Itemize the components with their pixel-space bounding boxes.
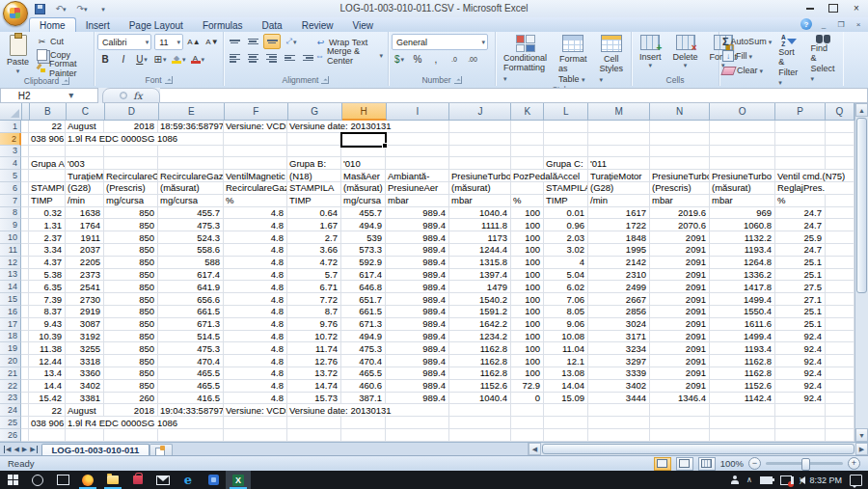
- cell-B19[interactable]: 11.38: [29, 342, 66, 355]
- cell-M15[interactable]: 2667: [588, 293, 650, 306]
- workbook-close-button[interactable]: ×: [853, 20, 864, 29]
- cell-Q10[interactable]: [826, 231, 854, 244]
- cell-H15[interactable]: 651.7: [341, 293, 386, 306]
- cell-K17[interactable]: 100: [511, 318, 544, 331]
- cell-C7[interactable]: /min: [66, 195, 104, 207]
- scroll-right-button[interactable]: ▶: [855, 443, 868, 455]
- cell-H4[interactable]: '010: [341, 157, 386, 170]
- cell-B15[interactable]: 7.39: [29, 293, 66, 306]
- task-view-button[interactable]: [50, 471, 75, 489]
- cell-O22[interactable]: 1152.6: [710, 380, 775, 393]
- cell-E8[interactable]: 455.7: [158, 207, 224, 220]
- cell-O8[interactable]: 969: [710, 207, 775, 220]
- cell-D21[interactable]: 850: [104, 367, 158, 380]
- cell-A16[interactable]: [21, 306, 29, 318]
- cell-P16[interactable]: 25.1: [775, 306, 826, 318]
- cell-J24[interactable]: [449, 404, 511, 417]
- row-header-13[interactable]: 13: [0, 269, 21, 282]
- cell-A15[interactable]: [21, 293, 29, 306]
- cell-K21[interactable]: 100: [511, 367, 544, 380]
- cell-O12[interactable]: 1264.8: [710, 257, 775, 269]
- cell-J19[interactable]: 1162.8: [449, 342, 511, 355]
- cell-G12[interactable]: 4.72: [287, 257, 341, 269]
- sort-filter-button[interactable]: AZ Sort & Filter ▾: [773, 34, 803, 88]
- cell-H12[interactable]: 592.9: [341, 257, 386, 269]
- cell-G3[interactable]: [287, 146, 341, 158]
- cell-G10[interactable]: 2.7: [287, 231, 341, 244]
- cell-G4[interactable]: Grupa B:: [287, 157, 341, 170]
- cell-D6[interactable]: (Prescris): [104, 182, 158, 195]
- cell-F19[interactable]: 4.8: [224, 342, 287, 355]
- cell-H5[interactable]: MasăAer: [341, 170, 386, 182]
- last-sheet-button[interactable]: ▶: [30, 446, 37, 453]
- cell-D12[interactable]: 850: [104, 257, 158, 269]
- autosum-button[interactable]: ΣAutoSum▾: [722, 35, 772, 48]
- cell-M25[interactable]: [588, 417, 650, 429]
- cell-E15[interactable]: 656.6: [158, 293, 224, 306]
- cell-A14[interactable]: [21, 281, 29, 293]
- cell-I14[interactable]: 989.4: [386, 281, 449, 293]
- align-right-button[interactable]: [263, 51, 279, 65]
- cell-G24[interactable]: Versiune date: 20130131: [287, 404, 341, 417]
- cell-P19[interactable]: 92.4: [775, 342, 826, 355]
- row-header-7[interactable]: 7: [0, 195, 21, 207]
- align-center-button[interactable]: [245, 51, 260, 65]
- underline-button[interactable]: U▾: [134, 52, 149, 66]
- cell-O19[interactable]: 1193.4: [710, 342, 775, 355]
- cell-N19[interactable]: 2091: [650, 342, 710, 355]
- comma-style-button[interactable]: ,: [428, 52, 444, 66]
- cell-O11[interactable]: 1193.4: [710, 244, 775, 257]
- clock[interactable]: 8:32 PM: [809, 475, 842, 485]
- cell-A1[interactable]: [21, 121, 29, 133]
- cell-I25[interactable]: [386, 417, 449, 429]
- row-header-18[interactable]: 18: [0, 331, 21, 343]
- cell-Q12[interactable]: [826, 257, 854, 269]
- cell-L11[interactable]: 3.02: [544, 244, 588, 257]
- cell-E6[interactable]: (măsurat): [158, 182, 224, 195]
- column-header-E[interactable]: E: [159, 103, 225, 121]
- cell-Q23[interactable]: [826, 393, 854, 405]
- cell-F17[interactable]: 4.8: [224, 318, 287, 331]
- cell-G18[interactable]: 10.72: [287, 331, 341, 343]
- cell-G16[interactable]: 8.7: [287, 306, 341, 318]
- accounting-format-button[interactable]: $▾: [392, 52, 407, 66]
- cell-Q2[interactable]: [826, 133, 854, 146]
- cell-P13[interactable]: 25.1: [775, 269, 826, 282]
- cell-C26[interactable]: [66, 429, 104, 442]
- cell-N15[interactable]: 2091: [650, 293, 710, 306]
- cell-C14[interactable]: 2541: [66, 281, 104, 293]
- cell-Q16[interactable]: [826, 306, 854, 318]
- cell-H14[interactable]: 646.8: [341, 281, 386, 293]
- cell-L17[interactable]: 9.06: [544, 318, 588, 331]
- cell-B23[interactable]: 15.42: [29, 393, 66, 405]
- cell-I10[interactable]: 989.4: [386, 231, 449, 244]
- cell-O26[interactable]: [710, 429, 775, 442]
- cell-K11[interactable]: 100: [511, 244, 544, 257]
- cell-A2[interactable]: [21, 133, 29, 146]
- cell-B21[interactable]: 13.4: [29, 367, 66, 380]
- cell-B9[interactable]: 1.31: [29, 219, 66, 231]
- cell-L22[interactable]: 14.04: [544, 380, 588, 393]
- cell-D15[interactable]: 850: [104, 293, 158, 306]
- cell-N4[interactable]: [650, 157, 710, 170]
- cell-K25[interactable]: [511, 417, 544, 429]
- cell-Q15[interactable]: [826, 293, 854, 306]
- cell-L4[interactable]: Grupa C:: [544, 157, 588, 170]
- taskbar-mail[interactable]: [150, 471, 176, 489]
- cell-E5[interactable]: RecirculareGaze: [158, 170, 224, 182]
- cell-D5[interactable]: RecirculareGa: [104, 170, 158, 182]
- cell-I7[interactable]: mbar: [386, 195, 449, 207]
- cell-J12[interactable]: 1315.8: [449, 257, 511, 269]
- cell-I20[interactable]: 989.4: [386, 355, 449, 367]
- cell-Q25[interactable]: [826, 417, 854, 429]
- cell-D7[interactable]: mg/cursa: [104, 195, 158, 207]
- cell-G21[interactable]: 13.72: [287, 367, 341, 380]
- cell-L7[interactable]: TIMP: [544, 195, 588, 207]
- cell-O16[interactable]: 1550.4: [710, 306, 775, 318]
- cell-L15[interactable]: 7.06: [544, 293, 588, 306]
- cell-N10[interactable]: 2091: [650, 231, 710, 244]
- cell-I15[interactable]: 989.4: [386, 293, 449, 306]
- cell-D17[interactable]: 850: [104, 318, 158, 331]
- cell-F23[interactable]: 4.8: [224, 393, 287, 405]
- cell-O7[interactable]: mbar: [710, 195, 775, 207]
